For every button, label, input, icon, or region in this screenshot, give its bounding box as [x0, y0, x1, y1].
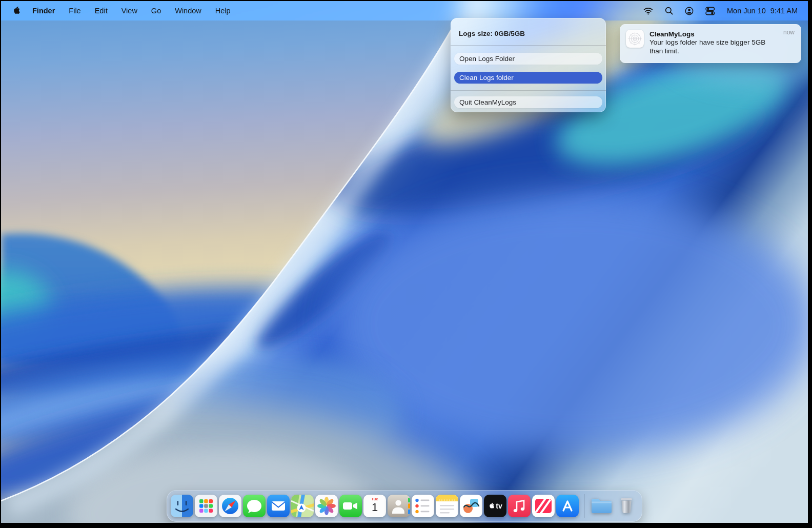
- menu-item-clean-logs-folder[interactable]: Clean Logs folder: [454, 72, 602, 84]
- search-icon[interactable]: [665, 7, 673, 15]
- dock-icon-contacts[interactable]: [388, 495, 410, 517]
- menu-separator: [451, 45, 606, 46]
- dock-icon-maps[interactable]: [291, 495, 314, 517]
- dock: Tue 1: [167, 490, 642, 522]
- dock-icon-launchpad[interactable]: [195, 495, 217, 517]
- dock-icon-mail[interactable]: [267, 495, 290, 517]
- apple-menu-icon[interactable]: [12, 6, 21, 16]
- menubar-app-name[interactable]: Finder: [32, 7, 55, 15]
- wallpaper: [1, 1, 808, 523]
- menubar-item-window[interactable]: Window: [175, 7, 201, 15]
- dock-icon-messages[interactable]: [243, 495, 266, 517]
- dock-icon-facetime[interactable]: [339, 495, 362, 517]
- dock-icon-freeform[interactable]: [460, 495, 482, 517]
- menubar-item-edit[interactable]: Edit: [95, 7, 108, 15]
- dock-icon-apple-tv[interactable]: tv: [484, 495, 506, 517]
- menubar-clock[interactable]: Mon Jun 10 9:41 AM: [727, 7, 798, 15]
- cleanmylogs-menu-popup: Logs size: 0GB/5GB Open Logs Folder Clea…: [451, 18, 606, 112]
- desktop: Finder File Edit View Go Window Help: [1, 1, 808, 523]
- calendar-day: 1: [363, 501, 386, 514]
- clock-date: Mon Jun 10: [727, 7, 766, 15]
- logs-size-status: Logs size: 0GB/5GB: [459, 29, 598, 39]
- cleanmylogs-app-icon: [626, 30, 644, 48]
- menu-separator: [451, 90, 606, 91]
- apple-tv-label: tv: [496, 502, 502, 510]
- menu-item-open-logs-folder[interactable]: Open Logs Folder: [454, 53, 602, 65]
- dock-icon-safari[interactable]: [219, 495, 241, 517]
- dock-icon-trash[interactable]: [615, 495, 638, 517]
- dock-icon-finder[interactable]: [171, 495, 193, 517]
- menubar-item-file[interactable]: File: [69, 7, 80, 15]
- wifi-icon[interactable]: [643, 7, 653, 15]
- menubar-item-help[interactable]: Help: [215, 7, 231, 15]
- dock-icon-music[interactable]: [508, 495, 531, 517]
- dock-icon-news[interactable]: [532, 495, 555, 517]
- user-icon[interactable]: [685, 7, 694, 15]
- menu-item-quit-cleanmylogs[interactable]: Quit CleanMyLogs: [454, 96, 602, 108]
- menubar-item-go[interactable]: Go: [151, 7, 161, 15]
- control-center-icon[interactable]: [705, 7, 715, 15]
- dock-icon-downloads-folder[interactable]: [590, 495, 613, 517]
- notification-banner[interactable]: CleanMyLogs Your logs folder have size b…: [620, 24, 801, 63]
- dock-icon-notes[interactable]: [436, 495, 458, 517]
- menu-bar: Finder File Edit View Go Window Help: [1, 1, 808, 21]
- dock-icon-calendar[interactable]: Tue 1: [363, 495, 386, 517]
- notification-title: CleanMyLogs: [649, 30, 779, 38]
- dock-divider: [584, 494, 584, 518]
- clock-time: 9:41 AM: [770, 7, 798, 15]
- dock-icon-app-store[interactable]: [556, 495, 579, 517]
- dock-icon-photos[interactable]: [315, 495, 338, 517]
- notification-timestamp: now: [783, 29, 795, 36]
- dock-icon-reminders[interactable]: [412, 495, 434, 517]
- menubar-item-view[interactable]: View: [121, 7, 137, 15]
- notification-body: Your logs folder have size bigger 5GB th…: [649, 38, 779, 55]
